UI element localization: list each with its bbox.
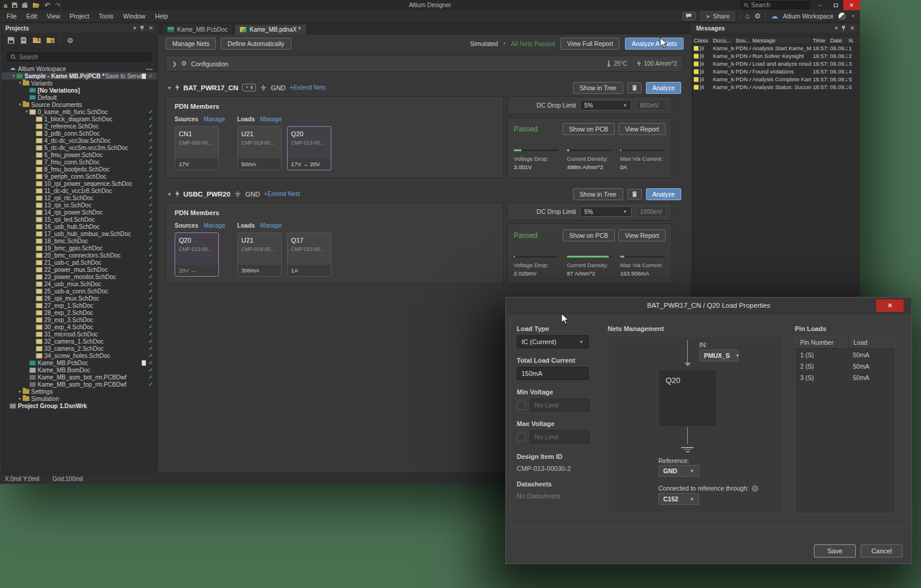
component-card-q20-selected[interactable]: Q20 CMP-013-0003... 17V → 20V xyxy=(287,126,331,170)
menu-view[interactable]: View xyxy=(42,11,65,21)
tree-item[interactable]: ▾Sample - Kame MB.PrjPCB *Save to Server… xyxy=(2,72,157,79)
cancel-button[interactable]: Cancel xyxy=(861,544,902,558)
show-on-pcb-button[interactable]: Show on PCB xyxy=(563,123,615,135)
menu-project[interactable]: Project xyxy=(66,11,94,21)
manage-loads-link[interactable]: Manage xyxy=(260,222,282,229)
component-card-q20-selected[interactable]: Q20 CMP-013-0003... 20V → xyxy=(175,232,219,277)
menu-file[interactable]: File xyxy=(2,11,21,21)
home-icon[interactable]: ⌂ xyxy=(745,12,749,20)
connected-through-select[interactable]: C152▼ xyxy=(658,493,699,505)
tree-item[interactable]: 34_screw_holes.SchDoc✓ xyxy=(2,352,157,359)
component-card-u21[interactable]: U21 CMP-019-0004... 50mA xyxy=(237,126,282,170)
tree-item[interactable]: Default xyxy=(2,94,157,101)
in-net-select[interactable]: PMUX_S▼ xyxy=(699,350,739,362)
tree-item[interactable]: 27_exp_1.SchDoc✓ xyxy=(2,302,157,309)
tab-kame-mb-pcbdoc[interactable]: Kame_MB.PcbDoc xyxy=(162,24,233,35)
tab-kame-mb-pdnax[interactable]: Kame_MB.pdnaX * xyxy=(234,24,306,35)
pin-icon[interactable] xyxy=(140,26,144,31)
tree-item[interactable]: 33_camera_2.SchDoc✓ xyxy=(2,345,157,352)
menu-edit[interactable]: Edit xyxy=(22,11,41,21)
tree-item[interactable]: ▸Simulation xyxy=(2,395,157,402)
show-on-pcb-button[interactable]: Show on PCB xyxy=(563,229,615,241)
tree-item[interactable]: 19_bmc_gpio.SchDoc✓ xyxy=(2,244,157,252)
tree-item[interactable]: 9_periph_conn.SchDoc✓ xyxy=(2,173,157,180)
message-row[interactable]: [IiKame_MIPDN AAnalysis Start Kame_MB [P… xyxy=(693,44,858,52)
tree-item[interactable]: 15_rpi_led.SchDoc✓ xyxy=(2,216,157,223)
minimize-button[interactable]: – xyxy=(812,0,828,10)
messages-header-row[interactable]: Class Docu... Sou... Message Time Date N… xyxy=(693,36,858,44)
tree-item[interactable]: 7_fmu_conn.SchDoc✓ xyxy=(2,158,157,166)
message-row[interactable]: [IiKame_MIPDN ARun Solver Keysight16:57:… xyxy=(693,52,858,60)
tree-item[interactable]: [No Variations] xyxy=(2,87,157,94)
gear-icon[interactable]: ⚙ xyxy=(754,12,761,20)
tree-item[interactable]: Kame_MB_asm_bot_rm.PCBDwf✓ xyxy=(2,373,157,381)
manage-nets-button[interactable]: Manage Nets xyxy=(166,38,216,50)
component-card-u21[interactable]: U21 CMP-019-0004... 300mA xyxy=(237,232,282,277)
tree-item[interactable]: 11_dc-dc_vcc1r8.SchDoc✓ xyxy=(2,187,157,194)
extend-nets-link[interactable]: +Extend Nets xyxy=(290,84,326,91)
component-block-q20[interactable]: Q20 xyxy=(658,370,716,427)
view-full-report-button[interactable]: View Full Report xyxy=(560,38,620,50)
tree-item[interactable]: 5_dc-dc_vcc5m-vcc3m.SchDoc✓ xyxy=(2,144,157,151)
tree-item[interactable]: 8_fmu_bootjeds.SchDoc✓ xyxy=(2,166,157,173)
add-folder-icon[interactable] xyxy=(33,37,41,44)
save-all-icon[interactable] xyxy=(22,2,28,8)
tree-item[interactable]: 30_exp_4.SchDoc✓ xyxy=(2,323,157,330)
total-load-current-input[interactable]: 150mA xyxy=(517,367,588,380)
load-type-select[interactable]: IC (Current)▼ xyxy=(517,335,588,348)
dc-drop-mv-field[interactable]: 850mV xyxy=(636,100,667,111)
analyze-button[interactable]: Analyze xyxy=(646,188,681,200)
save-icon[interactable] xyxy=(12,2,17,8)
message-row[interactable]: [IiKame_MIPDN AFound violations16:57:506… xyxy=(693,68,858,75)
tree-item[interactable]: 2_reference.SchDoc✓ xyxy=(2,122,157,130)
tree-item[interactable]: 28_exp_2.SchDoc✓ xyxy=(2,309,157,316)
manage-sources-link[interactable]: Manage xyxy=(203,222,225,229)
tree-item[interactable]: ▸Settings xyxy=(2,388,157,395)
tree-item[interactable]: 29_exp_3.SchDoc✓ xyxy=(2,316,157,323)
component-card-cn1[interactable]: CN1 CMP-002-0006... 17V xyxy=(175,126,219,170)
ground-net-label[interactable]: GND xyxy=(245,191,260,198)
tree-item[interactable]: 25_usb-a_conn.SchDoc✓ xyxy=(2,287,157,295)
tree-item[interactable]: Kame_MB.PcbDoc✓ xyxy=(2,359,157,366)
avatar-chevron-icon[interactable]: ▾ xyxy=(852,14,854,19)
component-card-q17[interactable]: Q17 CMP-013-0003... 1A xyxy=(287,232,331,277)
net-name[interactable]: BAT_PWR17_CN xyxy=(184,84,239,91)
tree-item[interactable]: 3_pdb_conn.SchDoc✓ xyxy=(2,130,157,137)
tree-item[interactable]: 18_bmc.SchDoc✓ xyxy=(2,237,157,244)
tree-item[interactable]: 24_usb_mux.SchDoc✓ xyxy=(2,280,157,287)
message-row[interactable]: [IiKame_MIPDN AAnalysis Status: Success1… xyxy=(693,83,858,91)
more-options-icon[interactable]: ••• xyxy=(147,66,153,72)
configuration-bar[interactable]: ❯ ⚙ Configuration 25°C 100 A/mm^2 xyxy=(166,56,684,72)
panel-close-icon[interactable]: ✕ xyxy=(850,25,855,31)
pin-load-row[interactable]: 2 (S)50mA xyxy=(795,360,895,372)
pin-icon[interactable] xyxy=(841,26,846,31)
tree-item[interactable]: Project Group 1.DsnWrk xyxy=(2,402,157,409)
delete-net-button[interactable] xyxy=(627,189,642,200)
collapse-icon[interactable]: ▾ xyxy=(168,85,171,91)
pin-loads-header-row[interactable]: Pin Number Load xyxy=(795,336,895,349)
tree-item[interactable]: 10_rpi_power_sequence.SchDoc✓ xyxy=(2,180,157,187)
tree-item[interactable]: 22_power_mux.SchDoc✓ xyxy=(2,266,157,273)
tree-item[interactable]: Kame_MB.BomDoc✓ xyxy=(2,366,157,373)
dialog-close-button[interactable]: ✕ xyxy=(876,299,904,312)
tree-item[interactable]: ▾Source Documents xyxy=(2,101,157,108)
analyze-all-nets-button[interactable]: Analyze All Nets xyxy=(625,38,684,50)
workspace-label[interactable]: Altium Workspace xyxy=(783,13,833,20)
close-button[interactable]: ✕ xyxy=(843,0,860,10)
tree-item[interactable]: 20_bmc_connectors.SchDoc✓ xyxy=(2,252,157,259)
maximize-button[interactable] xyxy=(828,0,843,10)
tree-item[interactable]: 14_rpi_power.SchDoc✓ xyxy=(2,209,157,216)
tree-item[interactable]: Altium Workspace••• xyxy=(2,65,157,72)
open-document-icon[interactable] xyxy=(20,37,27,44)
tree-item[interactable]: 16_usb_hub.SchDoc✓ xyxy=(2,223,157,230)
max-voltage-input[interactable]: No Limit xyxy=(530,430,590,443)
comment-icon[interactable] xyxy=(682,12,696,20)
tree-item[interactable]: 13_rpi_io.SchDoc✓ xyxy=(2,201,157,209)
tree-item[interactable]: 12_rpi_rtc.SchDoc✓ xyxy=(2,194,157,201)
tree-item[interactable]: Kame_MB_asm_top_rm.PCBDwf✓ xyxy=(2,381,157,388)
delete-net-button[interactable] xyxy=(627,82,642,93)
max-voltage-checkbox[interactable] xyxy=(517,433,526,442)
undo-icon[interactable]: ↶ xyxy=(44,1,50,10)
pin-load-row[interactable]: 3 (S)50mA xyxy=(795,372,895,383)
min-voltage-checkbox[interactable] xyxy=(517,401,526,410)
